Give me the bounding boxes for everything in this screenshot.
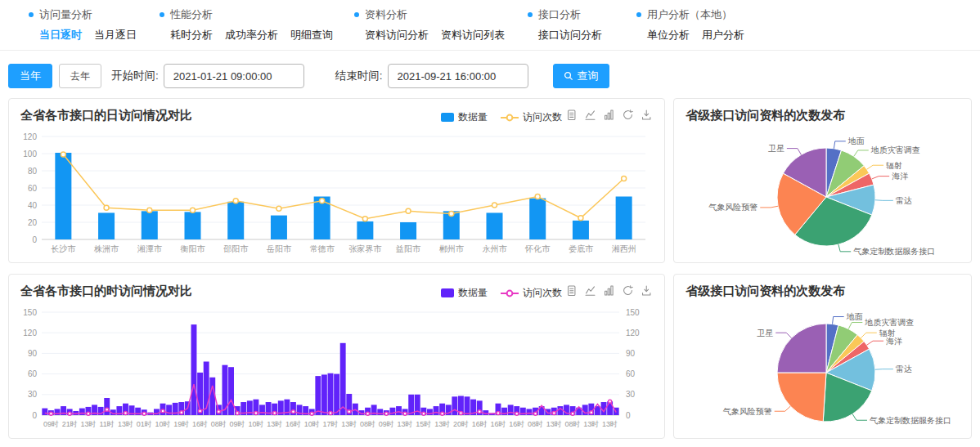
svg-text:衡阳市: 衡阳市 — [180, 244, 206, 253]
svg-text:卫星: 卫星 — [768, 144, 784, 153]
svg-text:16时: 16时 — [285, 420, 301, 428]
restore-icon[interactable] — [623, 285, 634, 297]
nav-item-当月逐日[interactable]: 当月逐日 — [94, 28, 137, 42]
svg-text:湘西州: 湘西州 — [612, 244, 636, 253]
svg-text:10时: 10时 — [304, 420, 320, 428]
legend-bar-marker-icon — [441, 113, 454, 122]
pie2-panel: 省级接口访问资料的次数发布 地面地质灾害调查辐射海洋雷达气象定制数据服务接口气象… — [673, 274, 972, 439]
start-time-input[interactable] — [164, 64, 304, 88]
svg-text:郴州市: 郴州市 — [439, 244, 465, 253]
legend-label: 数据量 — [458, 110, 488, 124]
pie-slice-卫星[interactable] — [777, 324, 826, 373]
svg-text:10时: 10时 — [155, 420, 171, 428]
svg-text:80: 80 — [28, 167, 38, 176]
nav-item-接口访问分析[interactable]: 接口访问分析 — [538, 28, 602, 42]
restore-icon[interactable] — [623, 110, 634, 121]
svg-text:15时: 15时 — [416, 420, 431, 428]
svg-text:90: 90 — [626, 349, 636, 358]
nav-group-1: 访问量分析当日逐时当月逐日 — [29, 7, 137, 50]
pie2-title: 省级接口访问资料的次数发布 — [686, 284, 845, 299]
bar-chart-icon[interactable] — [604, 110, 615, 121]
nav-item-耗时分析[interactable]: 耗时分析 — [170, 28, 213, 42]
daily-chart-toolbar — [566, 110, 653, 121]
hourly-chart-legend: 数据量访问次数 — [441, 286, 562, 300]
svg-text:0: 0 — [32, 235, 37, 244]
svg-text:13时: 13时 — [602, 420, 618, 428]
line-chart-icon[interactable] — [585, 285, 596, 297]
nav-item-当日逐时[interactable]: 当日逐时 — [39, 28, 82, 42]
pie1-chart: 地面地质灾害调查辐射海洋雷达气象定制数据服务接口气象风险预警卫星 — [681, 125, 965, 264]
svg-text:气象定制数据服务接口: 气象定制数据服务接口 — [870, 416, 951, 425]
svg-text:20时: 20时 — [453, 420, 469, 428]
svg-text:20: 20 — [28, 218, 38, 227]
svg-text:海洋: 海洋 — [892, 172, 908, 181]
svg-text:13时: 13时 — [267, 420, 282, 428]
hourly-chart-toolbar — [566, 285, 653, 297]
svg-text:气象定制数据服务接口: 气象定制数据服务接口 — [853, 247, 935, 256]
data-view-icon[interactable] — [566, 285, 578, 297]
pie-slice-气象风险预警[interactable] — [777, 373, 826, 422]
filter-bar: 当年 去年 开始时间: 结束时间: 查询 — [8, 64, 980, 88]
nav-item-成功率分析[interactable]: 成功率分析 — [225, 28, 278, 42]
bar-chart-icon[interactable] — [604, 285, 615, 297]
legend-item-数据量[interactable]: 数据量 — [441, 110, 488, 124]
svg-text:30: 30 — [626, 390, 636, 399]
nav-item-用户分析[interactable]: 用户分析 — [702, 28, 744, 42]
svg-text:17时: 17时 — [322, 420, 338, 428]
svg-text:10时: 10时 — [248, 420, 263, 428]
svg-text:90: 90 — [28, 349, 38, 358]
svg-text:120: 120 — [23, 132, 37, 141]
pie1-panel: 省级接口访问资料的次数发布 地面地质灾害调查辐射海洋雷达气象定制数据服务接口气象… — [673, 98, 972, 263]
daily-chart-panel: 全省各市接口的日访问情况对比 数据量访问次数 020406080100120长沙… — [8, 98, 665, 263]
svg-text:13时: 13时 — [546, 420, 562, 428]
legend-label: 数据量 — [458, 286, 488, 300]
svg-text:气象风险预警: 气象风险预警 — [708, 203, 757, 212]
svg-text:永州市: 永州市 — [483, 244, 508, 253]
svg-text:13时: 13时 — [434, 420, 450, 428]
svg-text:张家界市: 张家界市 — [348, 244, 382, 253]
last-year-button[interactable]: 去年 — [59, 64, 101, 88]
svg-text:60: 60 — [626, 369, 636, 378]
line-chart-icon[interactable] — [585, 110, 596, 121]
svg-text:气象风险预警: 气象风险预警 — [723, 407, 772, 416]
svg-text:09时: 09时 — [43, 420, 59, 428]
nav-bullet-icon — [528, 12, 533, 17]
search-button[interactable]: 查询 — [553, 64, 609, 88]
nav-item-资料访问分析[interactable]: 资料访问分析 — [365, 28, 429, 42]
svg-text:13时: 13时 — [118, 420, 133, 428]
daily-chart-title: 全省各市接口的日访问情况对比 — [20, 108, 192, 123]
daily-chart-legend: 数据量访问次数 — [441, 110, 562, 124]
this-year-button[interactable]: 当年 — [8, 64, 52, 88]
nav-item-明细查询[interactable]: 明细查询 — [290, 28, 333, 42]
download-icon[interactable] — [641, 110, 653, 121]
svg-text:08时: 08时 — [211, 420, 227, 428]
pie1-title: 省级接口访问资料的次数发布 — [686, 108, 845, 123]
svg-text:16时: 16时 — [490, 420, 506, 428]
svg-text:地质灾害调查: 地质灾害调查 — [865, 318, 915, 327]
nav-bullet-icon — [29, 12, 34, 17]
legend-item-访问次数[interactable]: 访问次数 — [501, 110, 562, 124]
data-view-icon[interactable] — [566, 110, 578, 121]
svg-text:卫星: 卫星 — [757, 329, 773, 337]
svg-text:常德市: 常德市 — [310, 244, 335, 253]
svg-text:地面: 地面 — [847, 136, 865, 145]
nav-item-单位分析[interactable]: 单位分析 — [647, 28, 690, 42]
legend-item-数据量[interactable]: 数据量 — [441, 286, 488, 300]
svg-text:株洲市: 株洲市 — [93, 244, 119, 253]
svg-text:13时: 13时 — [80, 420, 96, 428]
svg-text:岳阳市: 岳阳市 — [266, 244, 292, 253]
end-time-input[interactable] — [388, 64, 528, 88]
download-icon[interactable] — [641, 285, 653, 297]
nav-bullet-icon — [636, 12, 641, 17]
search-icon — [564, 71, 573, 81]
svg-text:13时: 13时 — [398, 420, 413, 428]
nav-item-资料访问列表[interactable]: 资料访问列表 — [441, 28, 505, 42]
svg-text:120: 120 — [23, 329, 37, 337]
svg-text:150: 150 — [626, 308, 640, 317]
svg-text:16时: 16时 — [509, 420, 524, 428]
svg-text:09时: 09时 — [230, 420, 245, 428]
svg-text:08时: 08时 — [528, 420, 543, 428]
legend-item-访问次数[interactable]: 访问次数 — [501, 286, 562, 300]
svg-text:150: 150 — [23, 308, 37, 317]
svg-text:雷达: 雷达 — [896, 196, 912, 205]
